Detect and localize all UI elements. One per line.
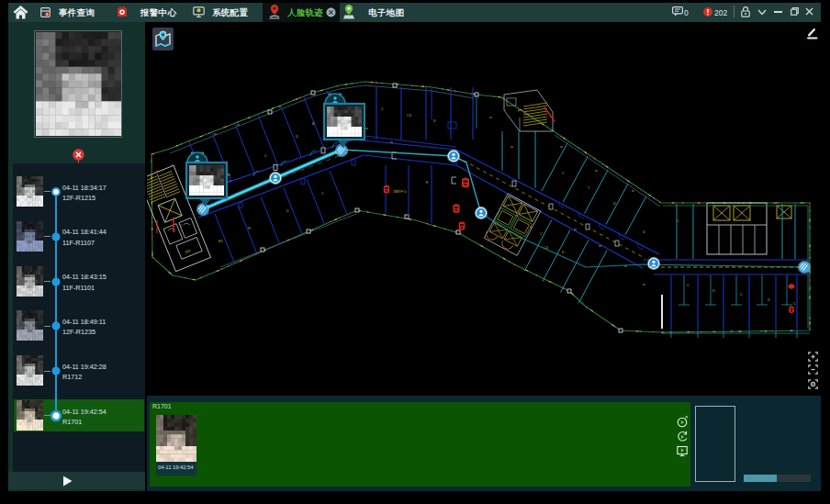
svg-text:C: C — [321, 192, 324, 196]
svg-text:D: D — [296, 135, 298, 139]
svg-text:360: 360 — [185, 249, 191, 254]
svg-text:Y: Y — [588, 186, 590, 190]
svg-text:D: D — [562, 251, 565, 254]
svg-text:D: D — [712, 289, 715, 293]
svg-text:D: D — [286, 209, 289, 213]
svg-text:D: D — [643, 230, 645, 234]
svg-text:H: H — [248, 227, 251, 230]
svg-text:C: C — [540, 232, 543, 236]
svg-text:D: D — [768, 298, 770, 302]
svg-text:C: C — [381, 107, 384, 111]
svg-text:C: C — [677, 219, 679, 223]
svg-text:H: H — [228, 174, 230, 177]
svg-text:C: C — [264, 154, 267, 158]
svg-text:消防中心: 消防中心 — [393, 189, 407, 194]
svg-text:C3: C3 — [407, 114, 411, 118]
svg-text:D: D — [433, 119, 436, 123]
svg-text:C: C — [740, 293, 743, 297]
svg-text:B1: B1 — [219, 239, 224, 243]
svg-text:C: C — [180, 223, 183, 228]
svg-text:E: E — [426, 181, 429, 185]
svg-text:C: C — [562, 172, 565, 175]
svg-text:C: C — [793, 302, 796, 306]
svg-text:D: D — [613, 202, 616, 206]
svg-text:C: C — [687, 284, 690, 287]
